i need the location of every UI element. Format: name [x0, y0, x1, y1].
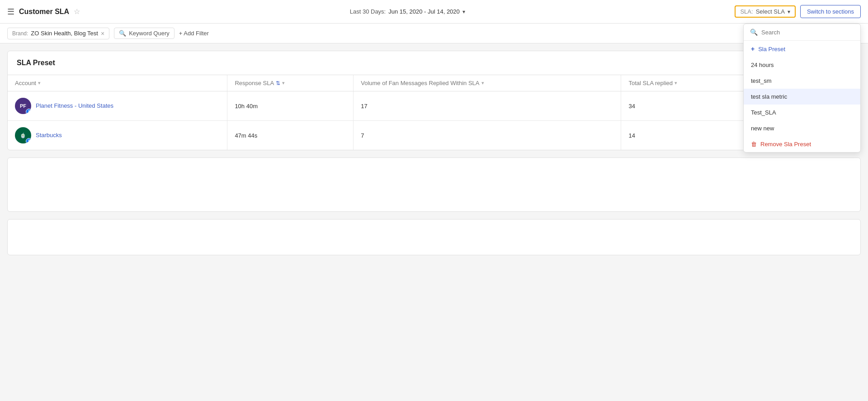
card-header: SLA Preset ↻ ••• [8, 51, 860, 75]
cell-account-1[interactable]: 🍵 f Starbucks [8, 121, 227, 150]
col-total-replied-label: Total SLA replied [628, 80, 673, 86]
col-volume-chevron: ▾ [481, 80, 484, 86]
keyword-filter[interactable]: 🔍 Keyword Query [114, 28, 175, 39]
hamburger-icon[interactable]: ☰ [7, 7, 14, 17]
account-link-0[interactable]: Planet Fitness - United States [36, 102, 113, 110]
sla-chevron: ▾ [788, 9, 790, 15]
account-avatar-0: PF f [15, 98, 31, 114]
switch-sections-button[interactable]: Switch to sections [800, 5, 861, 18]
sort-asc-icon: ⇅ [276, 80, 280, 86]
dropdown-search-icon: 🔍 [750, 29, 758, 36]
account-avatar-1: 🍵 f [15, 127, 31, 143]
account-cell-0: PF f Planet Fitness - United States [15, 98, 220, 114]
col-account-label: Account [15, 80, 36, 86]
add-filter-button[interactable]: + Add Filter [179, 30, 209, 37]
dropdown-item-5[interactable]: new new [744, 120, 860, 136]
date-range-chevron[interactable]: ▾ [462, 9, 465, 15]
sla-dropdown: 🔍 + Sla Preset24 hourstest_smtest sla me… [743, 24, 861, 153]
brand-filter-close-icon[interactable]: × [101, 30, 104, 37]
sla-preset-card: SLA Preset ↻ ••• [7, 51, 861, 150]
sla-selector[interactable]: SLA: Select SLA ▾ [735, 5, 796, 18]
col-total-replied-chevron: ▾ [675, 80, 677, 86]
page-title: Customer SLA [19, 8, 69, 16]
col-response-sla[interactable]: Response SLA ⇅ ▾ [227, 75, 354, 91]
empty-card-1 [7, 158, 861, 212]
empty-card-2 [7, 219, 861, 255]
col-response-sla-chevron: ▾ [282, 80, 285, 86]
cell-account-0[interactable]: PF f Planet Fitness - United States [8, 91, 227, 121]
col-total-replied[interactable]: Total SLA replied ▾ [621, 75, 745, 91]
main-content: SLA Preset ↻ ••• [0, 43, 868, 401]
cell-response-sla-0: 10h 40m [227, 91, 354, 121]
table-row: PF f Planet Fitness - United States 10h … [8, 91, 860, 121]
dropdown-item-label-5: new new [751, 125, 774, 132]
trash-icon: 🗑 [751, 141, 757, 148]
plus-icon: + [751, 45, 755, 53]
col-response-sla-label: Response SLA [235, 80, 274, 86]
app-header: ☰ Customer SLA ☆ Last 30 Days: Jun 15, 2… [0, 0, 868, 24]
date-range-value: Jun 15, 2020 - Jul 14, 2020 [388, 8, 460, 15]
keyword-label: Keyword Query [129, 30, 170, 37]
date-range-section: Last 30 Days: Jun 15, 2020 - Jul 14, 202… [80, 8, 735, 15]
dropdown-item-2[interactable]: test_sm [744, 73, 860, 89]
dropdown-item-1[interactable]: 24 hours [744, 57, 860, 73]
brand-value: ZO Skin Health, Blog Test [31, 30, 98, 37]
card-title: SLA Preset [17, 59, 55, 67]
favorite-icon[interactable]: ☆ [74, 7, 80, 16]
cell-volume-1: 7 [354, 121, 621, 150]
sla-table: Account ▾ Response SLA ⇅ ▾ Volume [8, 75, 860, 150]
avatar-initials-1: 🍵 [20, 133, 26, 138]
dropdown-search-input[interactable] [761, 29, 854, 36]
dropdown-search-area: 🔍 [744, 24, 860, 41]
col-account[interactable]: Account ▾ [8, 75, 227, 91]
dropdown-item-label-4: Test_SLA [751, 109, 776, 116]
col-account-chevron: ▾ [38, 80, 41, 86]
dropdown-item-3[interactable]: test sla metric [744, 89, 860, 105]
header-left: ☰ Customer SLA ☆ [7, 7, 80, 17]
sla-label: SLA: [740, 8, 753, 15]
cell-total-replied-1: 14 [621, 121, 745, 150]
dropdown-item-label-2: test_sm [751, 77, 772, 84]
sla-value: Select SLA [756, 8, 785, 15]
dropdown-item-label-3: test sla metric [751, 93, 787, 100]
dropdown-item-0[interactable]: + Sla Preset [744, 41, 860, 57]
avatar-initials-0: PF [20, 103, 26, 109]
fb-badge-1: f [26, 138, 31, 143]
header-right: SLA: Select SLA ▾ Switch to sections [735, 5, 861, 18]
account-cell-1: 🍵 f Starbucks [15, 127, 220, 143]
col-volume[interactable]: Volume of Fan Messages Replied Within SL… [354, 75, 621, 91]
fb-badge-0: f [26, 109, 31, 114]
cell-volume-0: 17 [354, 91, 621, 121]
table-row: 🍵 f Starbucks 47m 44s7140 [8, 121, 860, 150]
cell-total-replied-0: 34 [621, 91, 745, 121]
dropdown-item-label-0: Sla Preset [758, 46, 785, 53]
col-volume-label: Volume of Fan Messages Replied Within SL… [361, 80, 479, 86]
brand-filter-chip[interactable]: Brand: ZO Skin Health, Blog Test × [7, 28, 109, 39]
brand-label: Brand: [12, 30, 28, 37]
dropdown-item-label-1: 24 hours [751, 62, 774, 68]
date-range-label: Last 30 Days: [350, 8, 386, 15]
filter-bar: Brand: ZO Skin Health, Blog Test × 🔍 Key… [0, 24, 868, 43]
cell-response-sla-1: 47m 44s [227, 121, 354, 150]
dropdown-item-label-6: Remove Sla Preset [760, 141, 811, 148]
table-header-row: Account ▾ Response SLA ⇅ ▾ Volume [8, 75, 860, 91]
dropdown-item-6[interactable]: 🗑 Remove Sla Preset [744, 136, 860, 152]
dropdown-item-4[interactable]: Test_SLA [744, 105, 860, 120]
search-icon: 🔍 [119, 30, 126, 37]
account-link-1[interactable]: Starbucks [36, 131, 62, 139]
